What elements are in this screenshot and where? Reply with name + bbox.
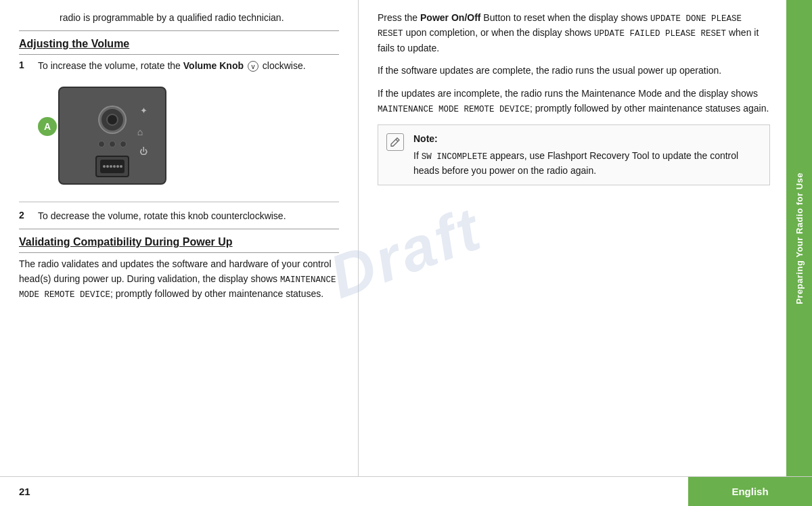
note-box: Note: If SW INCOMPLETE appears, use Flas… [378,124,770,185]
home-icon: ⌂ [134,126,146,138]
list-item-1: 1 To increase the volume, rotate the Vol… [19,59,339,73]
divider-section2-top [19,229,339,229]
light-icon: ✦ [140,106,148,116]
pin-4 [113,165,116,168]
note-code: SW INCOMPLETE [422,152,488,162]
right-para3: If the updates are incomplete, the radio… [378,87,770,116]
page-number: 21 [19,486,30,497]
left-column: radio is programmable by a qualified rad… [0,0,359,476]
radio-btn-1 [98,141,105,147]
item1-bold: Volume Knob [183,60,244,71]
side-tab-text: Preparing Your Radio for Use [794,172,805,304]
radio-btn-2 [109,141,116,147]
label-a-badge: A [38,117,57,136]
pencil-icon [390,137,401,147]
note-content: Note: If SW INCOMPLETE appears, use Flas… [413,132,761,178]
divider-section2-bottom [19,252,339,253]
note-title: Note: [413,132,761,146]
right-column: Press the Power On/Off Button to reset w… [359,0,786,476]
item2-number: 2 [19,209,38,221]
para3-prefix: If the updates are incomplete, the radio… [378,88,758,99]
section1-heading: Adjusting the Volume [19,38,339,50]
code-update-failed: UPDATE FAILED PLEASE RESET [594,29,726,39]
pin-2 [106,165,109,168]
radio-connector [95,156,129,177]
note-prefix: If [413,150,422,161]
pin-6 [120,165,122,168]
bottom-left: 21 [0,477,688,506]
code-maintenance: MAINTENANCE MODE REMOTE DEVICE [378,105,530,114]
connector-inner [100,160,125,173]
divider-section1 [19,54,339,55]
item1-number: 1 [19,59,38,70]
right-para1: Press the Power On/Off Button to reset w… [378,11,770,55]
section2-heading: Validating Compatibility During Power Up [19,236,339,248]
item1-icon: v [248,61,258,72]
note-icon-wrap [386,132,407,151]
section2-para: The radio validates and updates the soft… [19,257,339,302]
power-icon: ⏻ [139,147,148,156]
item2-text: To decrease the volume, rotate this knob… [38,209,339,223]
pin-3 [110,165,112,168]
item1-text: To increase the volume, rotate the Volum… [38,59,339,73]
intro-text: radio is programmable by a qualified rad… [19,11,339,25]
divider-top [19,30,339,31]
divider-after-image [19,202,339,202]
note-icon [386,133,404,151]
pin-5 [116,165,119,168]
knob-inner [106,114,118,126]
radio-body: ✦ ⌂ ⏻ [58,87,166,185]
para3-suffix: ; promptly followed by other maintenance… [530,103,769,114]
radio-buttons [98,141,127,147]
bottom-right: English [688,477,812,506]
list-item-2: 2 To decrease the volume, rotate this kn… [19,209,339,223]
radio-btn-3 [120,141,127,147]
bottom-bar: 21 English [0,476,812,506]
power-button-bold: Power On/Off [420,12,480,23]
section2-para2: ; promptly followed by other maintenance… [110,288,323,299]
pin-1 [103,165,106,168]
language-label: English [731,486,768,497]
right-para2: If the software updates are complete, th… [378,64,770,78]
side-tab: Preparing Your Radio for Use [786,0,812,476]
volume-knob [99,107,125,133]
radio-image: A ✦ ⌂ [38,80,187,195]
